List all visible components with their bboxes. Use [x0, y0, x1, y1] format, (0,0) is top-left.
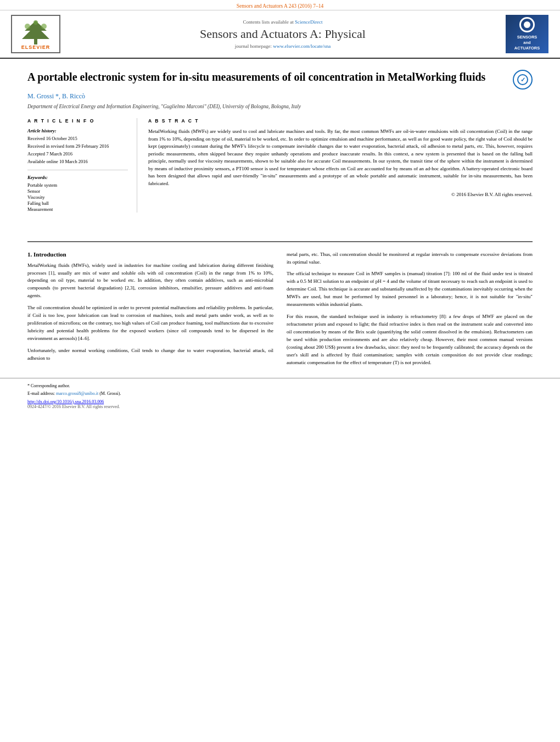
corresponding-footnote: * Corresponding author. [27, 383, 533, 389]
keyword-4: Falling ball [27, 200, 128, 206]
abstract-col: A B S T R A C T MetalWorking fluids (MWF… [148, 118, 533, 213]
section-separator [27, 241, 533, 242]
svg-point-4 [33, 20, 38, 25]
svg-text:✓: ✓ [520, 76, 525, 83]
email-footnote: E-mail address: marco.grossi8@unibo.it (… [27, 390, 533, 397]
article-info-col: A R T I C L E I N F O Article history: R… [27, 118, 137, 213]
intro-paragraph-3: Unfortunately, under normal working cond… [27, 347, 273, 362]
elsevier-tree-icon [16, 20, 55, 44]
intro-title: 1. Introduction [27, 251, 273, 258]
page: Sensors and Actuators A 243 (2016) 7–14 … [0, 0, 560, 742]
article-title: A portable electronic system for in-situ… [27, 70, 533, 85]
received-date: Received 16 October 2015 [27, 136, 128, 142]
sciencedirect-link[interactable]: ScienceDirect [295, 19, 322, 25]
keyword-3: Viscosity [27, 194, 128, 200]
body-section: 1. Introduction MetalWorking fluids (MWF… [0, 251, 560, 371]
top-citation-bar: Sensors and Actuators A 243 (2016) 7–14 [0, 0, 560, 10]
crossmark-icon: ✓ [517, 74, 528, 85]
journal-url[interactable]: www.elsevier.com/locate/sna [273, 43, 331, 49]
intro-paragraph-1: MetalWorking fluids (MWFs), widely used … [27, 262, 273, 300]
article-info-abstract: A R T I C L E I N F O Article history: R… [27, 118, 533, 213]
title-section: A portable electronic system for in-situ… [27, 70, 533, 85]
keyword-2: Sensor [27, 188, 128, 194]
journal-title-section: Contents lists available at ScienceDirec… [66, 19, 500, 49]
accepted-date: Accepted 7 March 2016 [27, 151, 128, 158]
sensors-logo-box: SENSORS and ACTUATORS [506, 15, 548, 53]
history-label: Article history: [27, 128, 128, 133]
affiliation: Department of Electrical Energy and Info… [27, 104, 533, 109]
crossmark-badge[interactable]: ✓ [513, 70, 533, 90]
journal-name: Sensors and Actuators A: Physical [66, 27, 500, 41]
svg-point-3 [41, 24, 47, 29]
copyright-line: © 2016 Elsevier B.V. All rights reserved… [148, 192, 533, 197]
doi-link[interactable]: http://dx.doi.org/10.1016/j.sna.2016.03.… [27, 399, 104, 404]
available-date: Available online 10 March 2016 [27, 159, 128, 165]
svg-rect-0 [34, 39, 37, 44]
article-content: A portable electronic system for in-situ… [0, 59, 560, 232]
contents-line: Contents lists available at ScienceDirec… [66, 19, 500, 25]
footnote-section: * Corresponding author. E-mail address: … [0, 378, 560, 411]
email-link[interactable]: marco.grossi8@unibo.it [56, 391, 98, 396]
keywords-label: Keywords: [27, 175, 128, 180]
intro-right-paragraph-3: For this reason, the standard technique … [287, 313, 533, 367]
keyword-5: Measurement [27, 207, 128, 212]
svg-point-2 [25, 24, 30, 29]
sensors-logo-text: SENSORS and ACTUATORS [514, 35, 540, 51]
intro-paragraph-2: The oil concentration should be optimize… [27, 304, 273, 343]
body-right-col: metal parts, etc. Thus, oil concentratio… [287, 251, 533, 371]
article-info-heading: A R T I C L E I N F O [27, 118, 128, 124]
info-divider [27, 170, 128, 170]
authors: M. Grossi *, B. Riccò [27, 92, 533, 101]
abstract-text: MetalWorking fluids (MWFs) are widely us… [148, 128, 533, 187]
intro-right-paragraph-2: The official technique to measure Coil i… [287, 270, 533, 309]
journal-header: ELSEVIER Contents lists available at Sci… [0, 10, 560, 59]
issn-line: 0924-4247/© 2016 Elsevier B.V. All right… [27, 404, 533, 409]
keyword-1: Portable system [27, 182, 128, 188]
elsevier-logo: ELSEVIER [11, 15, 60, 53]
revised-date: Received in revised form 29 February 201… [27, 143, 128, 150]
sensors-actuators-logo: SENSORS and ACTUATORS [505, 15, 549, 53]
journal-citation: Sensors and Actuators A 243 (2016) 7–14 [237, 3, 323, 9]
abstract-heading: A B S T R A C T [148, 118, 533, 124]
elsevier-logo-box: ELSEVIER [11, 15, 60, 53]
doi-line: http://dx.doi.org/10.1016/j.sna.2016.03.… [27, 399, 533, 404]
sensors-logo-icon [519, 17, 535, 32]
body-left-col: 1. Introduction MetalWorking fluids (MWF… [27, 251, 273, 371]
journal-homepage: journal homepage: www.elsevier.com/locat… [66, 43, 500, 49]
intro-right-paragraph-1: metal parts, etc. Thus, oil concentratio… [287, 251, 533, 266]
elsevier-wordmark: ELSEVIER [21, 44, 51, 50]
